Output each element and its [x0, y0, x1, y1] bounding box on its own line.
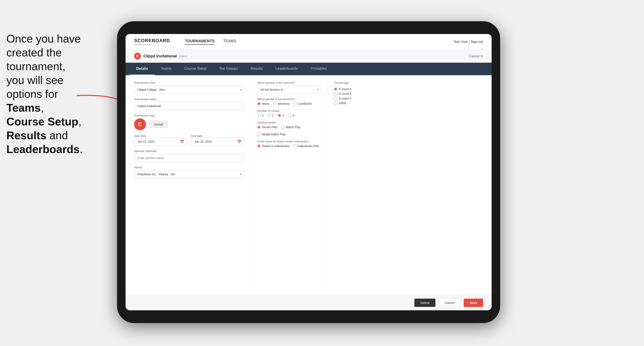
- tab-printables[interactable]: Printables: [304, 63, 333, 75]
- tab-details[interactable]: Details: [130, 63, 154, 75]
- start-date-input-wrap[interactable]: 📅: [134, 138, 187, 146]
- rounds-2-radio[interactable]: [268, 114, 271, 117]
- logo-field: Tournament logo C Upload: [134, 114, 244, 130]
- scoring-medal-match[interactable]: Medal Match Play: [257, 133, 286, 136]
- gender-womens-radio[interactable]: [273, 102, 276, 105]
- format-other[interactable]: Other: [334, 101, 483, 105]
- scoring-stroke-radio[interactable]: [257, 125, 261, 129]
- teams-bold: Teams: [6, 102, 41, 114]
- tournament-title: C Clippd Invitational (Men): [134, 53, 188, 59]
- format-5count4-label: 5 count 4: [339, 87, 351, 91]
- rounds-4[interactable]: 4: [288, 114, 294, 117]
- format-other-label: Other: [339, 101, 346, 105]
- logo-area: SCOREBOARD Powered by clippd: [134, 38, 170, 46]
- scoring-match-radio[interactable]: [281, 125, 284, 129]
- venue-select-wrapper[interactable]: Peachtree GC - Atlanta - GA ▾: [134, 170, 244, 178]
- logo-label: Tournament logo: [134, 114, 244, 117]
- logo-sub: Powered by clippd: [134, 43, 170, 46]
- end-date-input-wrap[interactable]: 📅: [191, 138, 244, 146]
- scoring-match[interactable]: Match Play: [281, 125, 300, 129]
- rounds-3[interactable]: 3: [278, 114, 284, 117]
- sponsor-input[interactable]: [134, 154, 244, 162]
- individuals-only[interactable]: Individuals Only: [293, 144, 319, 148]
- start-date-calendar-icon[interactable]: 📅: [178, 140, 187, 144]
- host-select-wrapper[interactable]: Clippd College - Men ▾: [134, 86, 244, 94]
- end-date-calendar-icon[interactable]: 📅: [235, 140, 244, 144]
- teams-plus-individuals[interactable]: Teams (+Individuals): [257, 144, 290, 148]
- format-6count5-radio[interactable]: [334, 97, 337, 100]
- date-row: Start date 📅 End date 📅: [134, 134, 244, 146]
- tab-tee-groups[interactable]: Tee Groups: [213, 63, 244, 75]
- sponsor-label: Sponsor (optional): [134, 149, 244, 153]
- gender-label: Which gender is the event for?: [257, 98, 321, 101]
- upload-button[interactable]: Upload: [150, 121, 168, 128]
- instruction-line8: Results and: [6, 129, 96, 142]
- end-date-input[interactable]: [192, 138, 235, 145]
- cancel-close-button[interactable]: Cancel ✕: [469, 54, 483, 58]
- gender-combined[interactable]: Combined: [293, 102, 312, 105]
- gender-womens[interactable]: Womens: [273, 102, 290, 105]
- division-select[interactable]: NCAA Division III: [258, 86, 321, 94]
- rounds-1-radio[interactable]: [257, 114, 261, 117]
- tournament-name-input[interactable]: [134, 102, 244, 110]
- user-info[interactable]: Test User | Sign out: [454, 40, 483, 44]
- right-column: Format type 5 count 4 6 count 4 6 count …: [327, 81, 483, 289]
- format-6count5[interactable]: 6 count 5: [334, 97, 483, 100]
- format-6count4[interactable]: 6 count 4: [334, 92, 483, 95]
- teams-plus-label: Teams (+Individuals): [262, 144, 290, 148]
- format-5count4-radio[interactable]: [334, 87, 337, 91]
- venue-select[interactable]: Peachtree GC - Atlanta - GA: [134, 171, 244, 178]
- start-date-input[interactable]: [134, 138, 178, 145]
- tab-results[interactable]: Results: [244, 63, 269, 75]
- rounds-field: Number of rounds 1 2 3: [257, 109, 321, 117]
- user-text[interactable]: Test User | Sign out: [454, 40, 483, 44]
- sub-header: C Clippd Invitational (Men) Cancel ✕: [126, 50, 492, 63]
- cancel-button[interactable]: Cancel: [438, 299, 461, 307]
- rounds-3-radio[interactable]: [278, 114, 281, 117]
- top-nav: SCOREBOARD Powered by clippd TOURNAMENTS…: [126, 34, 492, 50]
- individuals-only-radio[interactable]: [293, 144, 297, 148]
- footer: Delete Cancel Save: [126, 295, 492, 310]
- teams-individuals-label: Is this event for Teams and/or Individua…: [257, 140, 321, 143]
- scoring-stroke-label: Stroke Play: [262, 125, 277, 129]
- teams-radio-group: Teams (+Individuals) Individuals Only: [257, 144, 321, 148]
- gender-mens[interactable]: Mens: [257, 102, 269, 105]
- logo-preview: C: [134, 118, 146, 130]
- gender-radio-group: Mens Womens Combined: [257, 102, 321, 105]
- individuals-only-label: Individuals Only: [298, 144, 319, 148]
- instruction-line4: you will see: [6, 73, 96, 87]
- main-content: Tournament Host Clippd College - Men ▾ T…: [126, 75, 492, 295]
- division-select-wrapper[interactable]: NCAA Division III ▾: [257, 86, 321, 94]
- nav-tournaments[interactable]: TOURNAMENTS: [185, 39, 215, 45]
- format-6count4-radio[interactable]: [334, 92, 337, 95]
- nav-teams[interactable]: TEAMS: [223, 39, 236, 45]
- tournament-name: Clippd Invitational: [144, 54, 177, 58]
- end-date-field: End date 📅: [191, 134, 244, 146]
- delete-button[interactable]: Delete: [414, 299, 436, 307]
- gender-mens-radio[interactable]: [257, 102, 261, 105]
- format-5count4[interactable]: 5 count 4: [334, 87, 483, 91]
- tab-course-setup[interactable]: Course Setup: [178, 63, 213, 75]
- scoring-field: Scoring system Stroke Play Match Play: [257, 121, 321, 136]
- rounds-4-radio[interactable]: [288, 114, 291, 117]
- tablet-frame: SCOREBOARD Powered by clippd TOURNAMENTS…: [117, 21, 500, 323]
- rounds-4-label: 4: [292, 114, 294, 117]
- save-button[interactable]: Save: [464, 299, 483, 307]
- instruction-line5: options for: [6, 87, 96, 101]
- scoring-label: Scoring system: [257, 121, 321, 124]
- gender-combined-label: Combined: [298, 102, 312, 105]
- scoring-medal-radio[interactable]: [257, 133, 261, 136]
- scoring-radio-group: Stroke Play Match Play Medal Match Play: [257, 125, 321, 136]
- rounds-1[interactable]: 1: [257, 114, 264, 117]
- instructional-text: Once you have created the tournament, yo…: [0, 28, 102, 161]
- format-other-radio[interactable]: [334, 101, 337, 105]
- teams-plus-radio[interactable]: [257, 144, 261, 148]
- tab-leaderboards[interactable]: Leaderboards: [269, 63, 304, 75]
- tab-teams[interactable]: Teams: [154, 63, 178, 75]
- host-select[interactable]: Clippd College - Men: [134, 86, 244, 94]
- rounds-2[interactable]: 2: [268, 114, 274, 117]
- gender-combined-radio[interactable]: [293, 102, 297, 105]
- rounds-3-label: 3: [282, 114, 284, 117]
- scoring-stroke[interactable]: Stroke Play: [257, 125, 277, 129]
- format-6count5-label: 6 count 5: [339, 97, 351, 100]
